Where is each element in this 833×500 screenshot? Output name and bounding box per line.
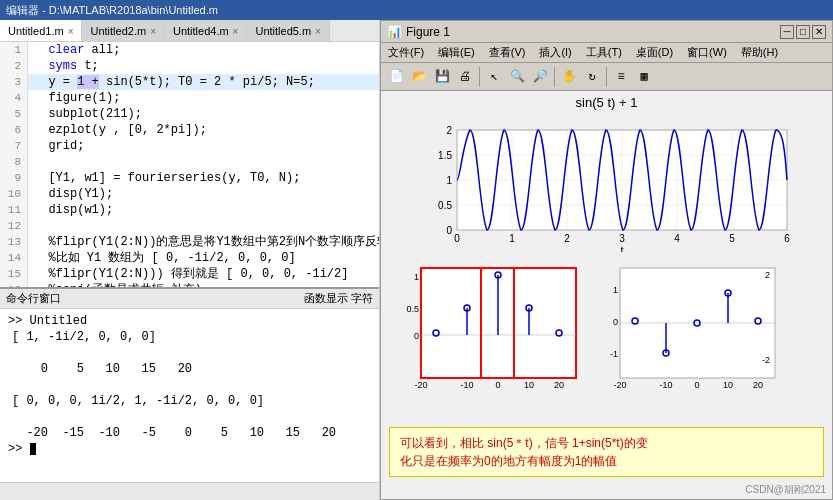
- svg-text:-10: -10: [659, 380, 672, 390]
- svg-text:0.5: 0.5: [438, 200, 452, 211]
- figure-title: Figure 1: [406, 25, 450, 39]
- close-button[interactable]: ✕: [812, 25, 826, 39]
- svg-text:2: 2: [765, 270, 770, 280]
- toolbar-colorbar[interactable]: ▦: [633, 66, 655, 88]
- cmd-output[interactable]: >> Untitled [ 1, -1i/2, 0, 0, 0] 0 5 10 …: [0, 309, 379, 482]
- svg-text:4: 4: [674, 233, 680, 244]
- svg-text:-1: -1: [610, 349, 618, 359]
- toolbar-print[interactable]: 🖨: [454, 66, 476, 88]
- top-plot-svg: 0 0.5 1 1.5 2 0 1 2 3 4 5 6 t: [412, 122, 802, 252]
- toolbar-rotate[interactable]: ↻: [581, 66, 603, 88]
- toolbar-arrow[interactable]: ↖: [483, 66, 505, 88]
- tab-untitled5[interactable]: Untitled5.m ×: [247, 20, 329, 42]
- svg-text:1: 1: [509, 233, 515, 244]
- editor-line-3: 3 y = 1 + sin(5*t); T0 = 2 * pi/5; N=5;: [0, 74, 379, 90]
- toolbar-pan[interactable]: ✋: [558, 66, 580, 88]
- svg-text:2: 2: [446, 125, 452, 136]
- editor-line-9: 9 [Y1, w1] = fourierseries(y, T0, N);: [0, 170, 379, 186]
- editor-line-7: 7 grid;: [0, 138, 379, 154]
- svg-text:6: 6: [784, 233, 790, 244]
- figure-title-bar: 📊 Figure 1 ─ □ ✕: [381, 21, 832, 43]
- cmd-line-9[interactable]: >>: [8, 441, 371, 457]
- tab-untitled4[interactable]: Untitled4.m ×: [165, 20, 247, 42]
- toolbar-sep-1: [479, 67, 480, 87]
- tab-close-untitled2[interactable]: ×: [150, 26, 156, 37]
- tab-close-untitled5[interactable]: ×: [315, 26, 321, 37]
- tab-untitled1[interactable]: Untitled1.m ×: [0, 20, 82, 42]
- editor-line-5: 5 subplot(211);: [0, 106, 379, 122]
- title-text: 编辑器 - D:\MATLAB\R2018a\bin\Untitled.m: [6, 3, 218, 18]
- svg-text:1: 1: [446, 175, 452, 186]
- svg-text:0.5: 0.5: [406, 304, 419, 314]
- cmd-line-6: [ 0, 0, 0, 1i/2, 1, -1i/2, 0, 0, 0]: [8, 393, 371, 409]
- toolbar-zoom-out[interactable]: 🔎: [529, 66, 551, 88]
- editor-line-1: 1 clear all;: [0, 42, 379, 58]
- editor-line-15: 15 %flipr(Y1(2:N))) 得到就是 [ 0, 0, 0, -1i/…: [0, 266, 379, 282]
- svg-text:10: 10: [524, 380, 534, 390]
- menu-insert[interactable]: 插入(I): [536, 45, 574, 60]
- annotation-box: 可以看到，相比 sin(5＊t)，信号 1+sin(5*t)的变化只是在频率为0…: [389, 427, 824, 477]
- tab-close-untitled1[interactable]: ×: [68, 26, 74, 37]
- svg-text:0: 0: [454, 233, 460, 244]
- toolbar-zoom-in[interactable]: 🔍: [506, 66, 528, 88]
- editor-line-2: 2 syms t;: [0, 58, 379, 74]
- toolbar-save[interactable]: 💾: [431, 66, 453, 88]
- editor-line-6: 6 ezplot(y , [0, 2*pi]);: [0, 122, 379, 138]
- cmd-line-3: [8, 345, 371, 361]
- editor-line-13: 13 %flipr(Y1(2:N))的意思是将Y1数组中第2到N个数字顺序反转: [0, 234, 379, 250]
- svg-text:20: 20: [554, 380, 564, 390]
- editor-line-8: 8: [0, 154, 379, 170]
- tab-untitled2[interactable]: Untitled2.m ×: [82, 20, 164, 42]
- svg-text:0: 0: [495, 380, 500, 390]
- svg-text:2: 2: [564, 233, 570, 244]
- maximize-button[interactable]: □: [796, 25, 810, 39]
- menu-window[interactable]: 窗口(W): [684, 45, 730, 60]
- tab-close-untitled4[interactable]: ×: [233, 26, 239, 37]
- figure-menubar: 文件(F) 编辑(E) 查看(V) 插入(I) 工具(T) 桌面(D) 窗口(W…: [381, 43, 832, 63]
- toolbar-sep-3: [606, 67, 607, 87]
- figure-panel: 📊 Figure 1 ─ □ ✕ 文件(F) 编辑(E) 查看(V) 插入(I)…: [380, 20, 833, 500]
- editor-line-10: 10 disp(Y1);: [0, 186, 379, 202]
- cmd-title-text: 命令行窗口: [6, 291, 61, 306]
- svg-text:-2: -2: [762, 355, 770, 365]
- minimize-button[interactable]: ─: [780, 25, 794, 39]
- main-layout: Untitled1.m × Untitled2.m × Untitled4.m …: [0, 20, 833, 500]
- toolbar-new[interactable]: 📄: [385, 66, 407, 88]
- menu-help[interactable]: 帮助(H): [738, 45, 781, 60]
- tab-bar: Untitled1.m × Untitled2.m × Untitled4.m …: [0, 20, 379, 42]
- cmd-title: 命令行窗口 函数显示 字符: [0, 289, 379, 309]
- toolbar-open[interactable]: 📂: [408, 66, 430, 88]
- cmd-line-8: -20 -15 -10 -5 0 5 10 15 20: [8, 425, 371, 441]
- left-stem-plot: 1 0.5 0 -20 -10 0 10 20: [391, 263, 586, 418]
- menu-view[interactable]: 查看(V): [486, 45, 529, 60]
- svg-text:-20: -20: [613, 380, 626, 390]
- menu-file[interactable]: 文件(F): [385, 45, 427, 60]
- editor-line-4: 4 figure(1);: [0, 90, 379, 106]
- svg-text:-20: -20: [414, 380, 427, 390]
- top-plot: 0 0.5 1 1.5 2 0 1 2 3 4 5 6 t: [381, 110, 832, 263]
- annotation-text: 可以看到，相比 sin(5＊t)，信号 1+sin(5*t)的变化只是在频率为0…: [400, 436, 648, 468]
- right-stem-plot: 1 0 -1 2 -2 -20 -10 0 10 20: [590, 263, 785, 418]
- menu-edit[interactable]: 编辑(E): [435, 45, 478, 60]
- cmd-line-1: >> Untitled: [8, 313, 371, 329]
- top-plot-title: sin(5 t) + 1: [381, 91, 832, 110]
- cmd-subtitle: 函数显示 字符: [304, 291, 373, 306]
- svg-text:10: 10: [723, 380, 733, 390]
- watermark: CSDN@胡刚2021: [381, 481, 832, 499]
- cmd-line-4: 0 5 10 15 20: [8, 361, 371, 377]
- figure-icon: 📊: [387, 25, 402, 39]
- editor-content[interactable]: 1 clear all; 2 syms t; 3 y = 1 + sin(5*t…: [0, 42, 379, 287]
- plot-area: sin(5 t) + 1: [381, 91, 832, 499]
- svg-text:-10: -10: [460, 380, 473, 390]
- svg-text:5: 5: [729, 233, 735, 244]
- svg-text:1: 1: [613, 285, 618, 295]
- svg-text:0: 0: [613, 317, 618, 327]
- cmd-line-7: [8, 409, 371, 425]
- toolbar-sep-2: [554, 67, 555, 87]
- menu-tools[interactable]: 工具(T): [583, 45, 625, 60]
- toolbar-legend[interactable]: ≡: [610, 66, 632, 88]
- editor-panel: Untitled1.m × Untitled2.m × Untitled4.m …: [0, 20, 380, 500]
- plot-title-text: sin(5 t) + 1: [576, 95, 638, 110]
- menu-desktop[interactable]: 桌面(D): [633, 45, 676, 60]
- cmd-line-5: [8, 377, 371, 393]
